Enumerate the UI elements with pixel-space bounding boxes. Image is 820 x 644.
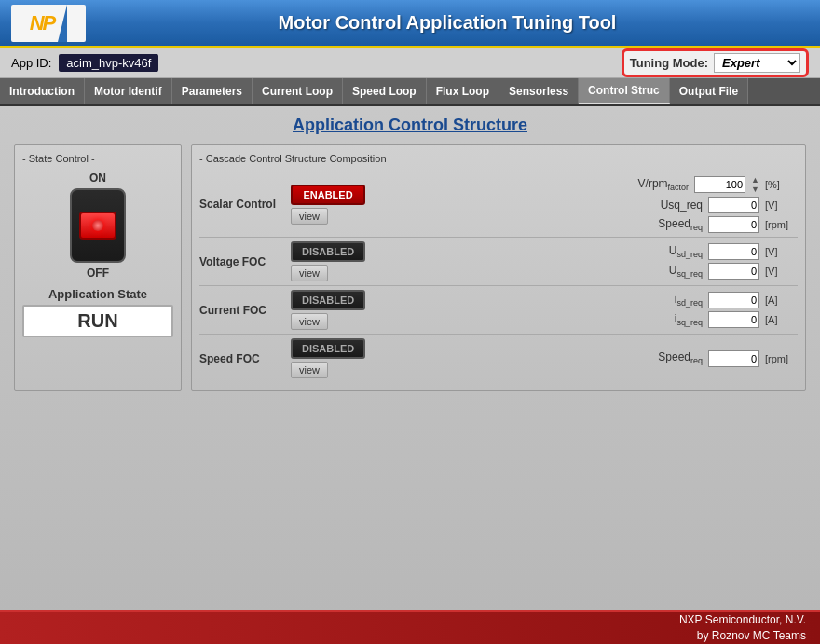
cascade-control-panel: - Cascade Control Structure Composition … bbox=[191, 144, 806, 391]
nav-tabs: Introduction Motor Identif Parameters Cu… bbox=[0, 78, 820, 106]
current-foc-view-button[interactable]: view bbox=[291, 313, 328, 330]
current-foc-btn-area: DISABLED view bbox=[291, 290, 365, 330]
appid-value: acim_hvp-kv46f bbox=[59, 54, 158, 72]
scalar-param-row-2: Usq_req [V] bbox=[373, 197, 798, 213]
scalar-enabled-button[interactable]: ENABLED bbox=[291, 185, 365, 205]
header: NP Motor Control Application Tuning Tool bbox=[0, 0, 820, 48]
speed-foc-param-input-1[interactable] bbox=[708, 350, 759, 367]
current-foc-param-input-1[interactable] bbox=[708, 292, 759, 308]
state-control-panel: - State Control - ON OFF Application Sta… bbox=[14, 144, 182, 391]
scalar-control-row: Scalar Control ENABLED view V/rpmfactor … bbox=[199, 175, 798, 233]
toggle-switch[interactable] bbox=[70, 188, 126, 263]
app-state-label: Application State bbox=[22, 287, 173, 301]
voltage-foc-params: Usd_req [V] Usq_req [V] bbox=[373, 243, 798, 280]
voltage-foc-param-input-1[interactable] bbox=[708, 243, 759, 260]
scalar-btn-area: ENABLED view bbox=[291, 185, 365, 225]
voltage-foc-param-row-1: Usd_req [V] bbox=[373, 243, 798, 260]
voltage-foc-param-unit-1: [V] bbox=[765, 246, 798, 257]
speed-foc-param-row-1: Speedreq [rpm] bbox=[373, 350, 798, 367]
tab-current-loop[interactable]: Current Loop bbox=[253, 78, 343, 104]
appid-label: App ID: bbox=[11, 56, 51, 70]
speed-foc-view-button[interactable]: view bbox=[291, 362, 328, 378]
app-state-value: RUN bbox=[22, 305, 173, 337]
voltage-foc-param-unit-2: [V] bbox=[765, 266, 798, 277]
tuning-mode-select[interactable]: Expert Basic Advanced bbox=[714, 53, 800, 73]
speed-foc-param-unit-1: [rpm] bbox=[765, 353, 798, 364]
voltage-foc-disabled-button[interactable]: DISABLED bbox=[291, 241, 365, 262]
state-control-title: - State Control - bbox=[22, 153, 173, 164]
current-foc-param-name-1: isd_req bbox=[675, 293, 703, 308]
current-foc-param-row-1: isd_req [A] bbox=[373, 292, 798, 308]
scalar-param-name-1: V/rpmfactor bbox=[638, 177, 690, 192]
voltage-foc-group: Voltage FOC DISABLED view Usd_req [V] Us… bbox=[199, 238, 798, 286]
switch-indicator bbox=[92, 220, 103, 231]
scalar-param-name-2: Usq_req bbox=[661, 199, 703, 212]
scalar-param-unit-2: [V] bbox=[765, 199, 798, 211]
scalar-param-row-1: V/rpmfactor ▲▼ [%] bbox=[373, 175, 798, 194]
current-foc-name: Current FOC bbox=[199, 304, 283, 317]
scalar-param-name-3: Speedreq bbox=[658, 217, 703, 232]
current-foc-param-unit-1: [A] bbox=[765, 295, 798, 306]
voltage-foc-param-name-1: Usd_req bbox=[669, 244, 703, 259]
appid-bar: App ID: acim_hvp-kv46f Tuning Mode: Expe… bbox=[0, 48, 820, 78]
tab-control-struc[interactable]: Control Struc bbox=[579, 78, 670, 104]
tab-sensorless[interactable]: Sensorless bbox=[499, 78, 579, 104]
scalar-param-unit-3: [rpm] bbox=[765, 219, 798, 230]
tuning-mode-label: Tuning Mode: bbox=[630, 56, 708, 70]
tab-motor-identif[interactable]: Motor Identif bbox=[85, 78, 172, 104]
speed-foc-disabled-button[interactable]: DISABLED bbox=[291, 338, 365, 359]
main-content: Application Control Structure - State Co… bbox=[0, 106, 820, 610]
content-columns: - State Control - ON OFF Application Sta… bbox=[14, 144, 806, 391]
scalar-control-name: Scalar Control bbox=[199, 198, 283, 211]
tuning-mode-container: Tuning Mode: Expert Basic Advanced bbox=[622, 48, 809, 77]
voltage-foc-name: Voltage FOC bbox=[199, 255, 283, 268]
speed-foc-name: Speed FOC bbox=[199, 352, 283, 365]
page-title: Application Control Structure bbox=[14, 116, 806, 135]
footer: NXP Semiconductor, N.V. by Roznov MC Tea… bbox=[0, 610, 820, 644]
speed-foc-group: Speed FOC DISABLED view Speedreq [rpm] bbox=[199, 335, 798, 382]
logo-np-text: NP bbox=[30, 11, 55, 35]
scalar-param-input-2[interactable] bbox=[708, 197, 759, 213]
voltage-foc-param-row-2: Usq_req [V] bbox=[373, 263, 798, 280]
speed-foc-param-name-1: Speedreq bbox=[658, 350, 703, 365]
current-foc-param-name-2: isq_req bbox=[675, 312, 703, 327]
current-foc-disabled-button[interactable]: DISABLED bbox=[291, 290, 365, 310]
switch-rocker bbox=[79, 212, 116, 240]
voltage-foc-view-button[interactable]: view bbox=[291, 265, 328, 281]
switch-container: ON OFF bbox=[22, 171, 173, 280]
scalar-params: V/rpmfactor ▲▼ [%] Usq_req [V] Speedreq bbox=[373, 175, 798, 233]
footer-company: NXP Semiconductor, N.V. bbox=[679, 612, 806, 628]
logo-slash bbox=[58, 5, 67, 42]
scalar-view-button[interactable]: view bbox=[291, 208, 328, 225]
current-foc-param-unit-2: [A] bbox=[765, 314, 798, 325]
header-title: Motor Control Application Tuning Tool bbox=[86, 12, 809, 34]
scalar-control-group: Scalar Control ENABLED view V/rpmfactor … bbox=[199, 171, 798, 238]
voltage-foc-param-name-2: Usq_req bbox=[669, 264, 703, 279]
scalar-param-input-1[interactable] bbox=[694, 176, 745, 193]
scalar-param-input-3[interactable] bbox=[708, 216, 759, 233]
speed-foc-btn-area: DISABLED view bbox=[291, 338, 365, 378]
current-foc-group: Current FOC DISABLED view isd_req [A] is… bbox=[199, 286, 798, 335]
current-foc-row: Current FOC DISABLED view isd_req [A] is… bbox=[199, 290, 798, 330]
tab-parameters[interactable]: Parameters bbox=[172, 78, 253, 104]
footer-team: by Roznov MC Teams bbox=[679, 628, 806, 644]
footer-text: NXP Semiconductor, N.V. by Roznov MC Tea… bbox=[679, 612, 806, 644]
logo-area: NP bbox=[11, 5, 86, 42]
tab-output-file[interactable]: Output File bbox=[670, 78, 748, 104]
voltage-foc-row: Voltage FOC DISABLED view Usd_req [V] Us… bbox=[199, 241, 798, 281]
cascade-title: - Cascade Control Structure Composition bbox=[199, 153, 798, 164]
tab-flux-loop[interactable]: Flux Loop bbox=[427, 78, 499, 104]
speed-foc-params: Speedreq [rpm] bbox=[373, 350, 798, 367]
current-foc-params: isd_req [A] isq_req [A] bbox=[373, 292, 798, 328]
voltage-foc-btn-area: DISABLED view bbox=[291, 241, 365, 281]
current-foc-param-input-2[interactable] bbox=[708, 311, 759, 328]
switch-on-label: ON bbox=[89, 171, 106, 185]
tab-introduction[interactable]: Introduction bbox=[0, 78, 85, 104]
current-foc-param-row-2: isq_req [A] bbox=[373, 311, 798, 328]
speed-foc-row: Speed FOC DISABLED view Speedreq [rpm] bbox=[199, 338, 798, 378]
tab-speed-loop[interactable]: Speed Loop bbox=[343, 78, 427, 104]
voltage-foc-param-input-2[interactable] bbox=[708, 263, 759, 280]
switch-off-label: OFF bbox=[87, 267, 109, 280]
scalar-param-unit-1: [%] bbox=[765, 179, 798, 190]
scalar-param-arrows[interactable]: ▲▼ bbox=[751, 175, 759, 194]
